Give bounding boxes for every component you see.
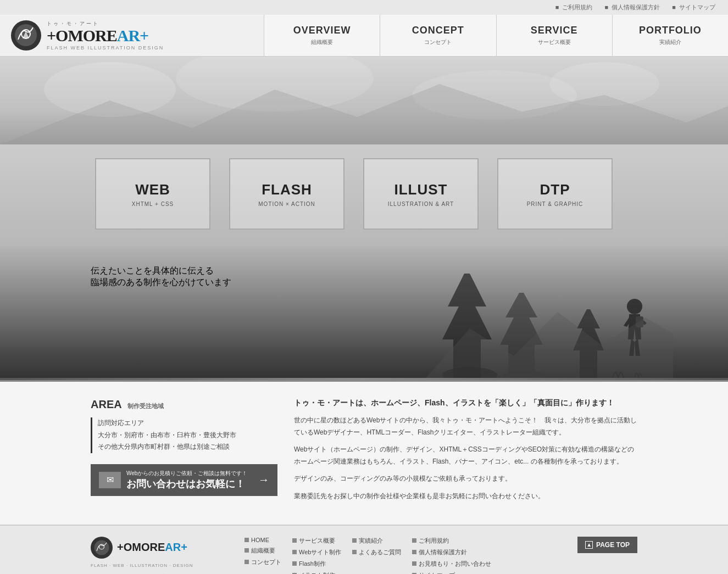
description-para3: デザインのみ、コーディングのみ等の小規模なご依頼も承っております。 xyxy=(294,473,637,485)
nav-dot xyxy=(412,538,416,543)
description-para4: 業務委託先をお探し中の制作会社様や企業様も是非お気軽にお問い合わせください。 xyxy=(294,491,637,503)
nav-dot xyxy=(352,538,357,543)
service-illust-sub: ILLUSTRATION & ART xyxy=(388,201,454,207)
footer-nav-overview[interactable]: 組織概要 xyxy=(244,547,281,555)
footer-nav-contact[interactable]: お見積もり・お問い合わせ xyxy=(412,560,491,568)
footer-nav-flash[interactable]: Flash制作 xyxy=(292,560,341,568)
nav-dot xyxy=(292,538,297,543)
footer-nav-faq[interactable]: よくあるご質問 xyxy=(352,548,401,556)
nav-portfolio-en: PORTFOLIO xyxy=(639,25,702,36)
footer-nav-portfolio-label: 実績紹介 xyxy=(359,537,383,545)
contact-banner[interactable]: ✉ Webからのお見積りご依頼・ご相談は無料です！ お問い合わせはお気軽に！ → xyxy=(91,464,277,496)
footer-nav-contact-label: お見積もり・お問い合わせ xyxy=(419,560,491,568)
tagline-section: 伝えたいことを具体的に伝える 臨場感のある制作を心がけています xyxy=(0,246,728,378)
footer-desc1: Webサイト（ホームページ）制作 / 各種デザイン xyxy=(91,572,228,574)
service-flash[interactable]: FLASH MOTION × ACTION xyxy=(229,158,344,230)
service-illust[interactable]: ILLUST ILLUSTRATION & ART xyxy=(363,158,479,230)
nav-dot xyxy=(292,550,297,554)
area-coverage-title: 訪問対応エリア xyxy=(98,417,277,430)
service-dtp-sub: PRINT & GRAPHIC xyxy=(527,201,583,207)
sitemap-icon: ■ xyxy=(672,4,676,10)
nav-service-en: SERVICE xyxy=(531,25,578,36)
service-web-sub: XHTML + CSS xyxy=(132,201,174,207)
nav-dot xyxy=(244,538,249,542)
service-dtp[interactable]: DTP PRINT & GRAPHIC xyxy=(497,158,613,230)
footer-nav-portfolio[interactable]: 実績紹介 xyxy=(352,537,401,545)
footer-page-top: ▲ PAGE TOP xyxy=(577,537,637,553)
contact-arrow-icon: → xyxy=(258,473,269,486)
footer-nav-web[interactable]: Webサイト制作 xyxy=(292,548,341,556)
info-section: AREA 制作受注地域 訪問対応エリア 大分市・別府市・由布市・臼杵市・豊後大野… xyxy=(0,380,728,525)
footer-logo: +OMOREAR+ FLASH · WEB · ILLUSTRATION · D… xyxy=(91,537,228,574)
contact-large-text: お問い合わせはお気軽に！ xyxy=(126,477,247,491)
page-top-label: PAGE TOP xyxy=(596,541,630,549)
page-top-button[interactable]: ▲ PAGE TOP xyxy=(577,537,637,553)
service-dtp-en: DTP xyxy=(540,181,570,198)
area-subtitle: 制作受注地域 xyxy=(127,402,164,410)
nav-dot xyxy=(244,548,249,553)
nav-service[interactable]: SERVICE サービス概要 xyxy=(496,15,612,56)
silhouette-decoration xyxy=(426,252,673,378)
privacy-label: 個人情報保護方針 xyxy=(612,4,660,10)
nav-dot xyxy=(412,561,416,566)
footer-nav-faq-label: よくあるご質問 xyxy=(359,548,401,556)
top-utility-bar: ■ ご利用規約 ■ 個人情報保護方針 ■ サイトマップ xyxy=(0,0,728,15)
nav-dot xyxy=(412,550,416,554)
terms-icon: ■ xyxy=(555,4,559,10)
area-title: AREA 制作受注地域 xyxy=(91,398,277,411)
footer-nav-col1: HOME 組織概要 コンセプト xyxy=(244,537,281,574)
description-para2: Webサイト（ホームページ）の制作、デザイン、XHTML＋CSSコーディングやS… xyxy=(294,444,637,467)
footer-nav-overview-label: 組織概要 xyxy=(251,547,275,555)
area-other: その他大分県内市町村群・他県は別途ご相談 xyxy=(98,441,277,453)
footer-logo-icon xyxy=(91,537,113,559)
footer-nav: HOME 組織概要 コンセプト サービス概要 Webサイト制 xyxy=(244,537,561,574)
logo-icon xyxy=(11,20,41,51)
logo-image[interactable]: トゥ・モ・アート +OMOREAR+ FLASH WEB ILLUSTRATIO… xyxy=(11,20,253,51)
service-web[interactable]: WEB XHTML + CSS xyxy=(95,158,210,230)
service-section: WEB XHTML + CSS FLASH MOTION × ACTION IL… xyxy=(0,144,728,246)
footer-logo-image: +OMOREAR+ xyxy=(91,537,228,559)
footer-nav-sitemap[interactable]: サイトマップ xyxy=(412,571,491,574)
footer-nav-concept-label: コンセプト xyxy=(251,558,281,566)
nav-overview-en: OVERVIEW xyxy=(293,25,351,36)
header: トゥ・モ・アート +OMOREAR+ FLASH WEB ILLUSTRATIO… xyxy=(0,15,728,57)
main-nav: OVERVIEW 組織概要 CONCEPT コンセプト SERVICE サービス… xyxy=(264,15,728,56)
area-title-main: AREA xyxy=(91,398,122,411)
footer-nav-sitemap-label: サイトマップ xyxy=(419,571,455,574)
nav-concept[interactable]: CONCEPT コンセプト xyxy=(380,15,496,56)
footer-inner: +OMOREAR+ FLASH · WEB · ILLUSTRATION · D… xyxy=(91,537,637,574)
footer-nav-service[interactable]: サービス概要 xyxy=(292,537,341,545)
footer-nav-flash-label: Flash制作 xyxy=(299,560,326,568)
footer-nav-privacy-label: 個人情報保護方針 xyxy=(419,548,467,556)
service-flash-en: FLASH xyxy=(262,181,312,198)
service-grid: WEB XHTML + CSS FLASH MOTION × ACTION IL… xyxy=(91,158,637,230)
logo-area: トゥ・モ・アート +OMOREAR+ FLASH WEB ILLUSTRATIO… xyxy=(0,15,264,56)
footer-nav-home[interactable]: HOME xyxy=(244,537,281,543)
footer-nav-home-label: HOME xyxy=(251,537,269,543)
hero-background xyxy=(0,57,728,144)
description-heading: トゥ・モ・アートは、ホームページ、Flash、イラストを「楽しく」「真面目に」作… xyxy=(294,398,637,408)
footer-nav-illust[interactable]: イラスト制作 xyxy=(292,571,341,574)
description-para1: 世の中に星の数ほどあるWebサイトの中から、我々トゥ・モ・アートへようこそ！ 我… xyxy=(294,415,637,438)
description-column: トゥ・モ・アートは、ホームページ、Flash、イラストを「楽しく」「真面目に」作… xyxy=(294,398,637,508)
nav-overview[interactable]: OVERVIEW 組織概要 xyxy=(264,15,380,56)
footer-nav-illust-label: イラスト制作 xyxy=(299,571,335,574)
footer-tagline: FLASH · WEB · ILLUSTRATION · DESIGN xyxy=(91,563,228,568)
footer-nav-web-label: Webサイト制作 xyxy=(299,548,341,556)
footer-nav-privacy[interactable]: 個人情報保護方針 xyxy=(412,548,491,556)
terms-link[interactable]: ■ ご利用規約 xyxy=(555,4,596,10)
area-column: AREA 制作受注地域 訪問対応エリア 大分市・別府市・由布市・臼杵市・豊後大野… xyxy=(91,398,277,508)
footer-nav-concept[interactable]: コンセプト xyxy=(244,558,281,566)
area-details: 訪問対応エリア 大分市・別府市・由布市・臼杵市・豊後大野市 その他大分県内市町村… xyxy=(91,417,277,453)
sitemap-label: サイトマップ xyxy=(679,4,715,10)
footer-nav-terms[interactable]: ご利用規約 xyxy=(412,537,491,545)
privacy-link[interactable]: ■ 個人情報保護方針 xyxy=(605,4,664,10)
nav-dot xyxy=(244,560,249,564)
nav-portfolio[interactable]: PORTFOLIO 実績紹介 xyxy=(612,15,728,56)
service-illust-en: ILLUST xyxy=(394,181,448,198)
sitemap-link[interactable]: ■ サイトマップ xyxy=(672,4,717,10)
logo-text: トゥ・モ・アート +OMOREAR+ FLASH WEB ILLUSTRATIO… xyxy=(47,20,164,51)
footer-nav-col4: ご利用規約 個人情報保護方針 お見積もり・お問い合わせ サイトマップ xyxy=(412,537,491,574)
footer-nav-col2: サービス概要 Webサイト制作 Flash制作 イラスト制作 xyxy=(292,537,341,574)
service-web-en: WEB xyxy=(135,181,170,198)
